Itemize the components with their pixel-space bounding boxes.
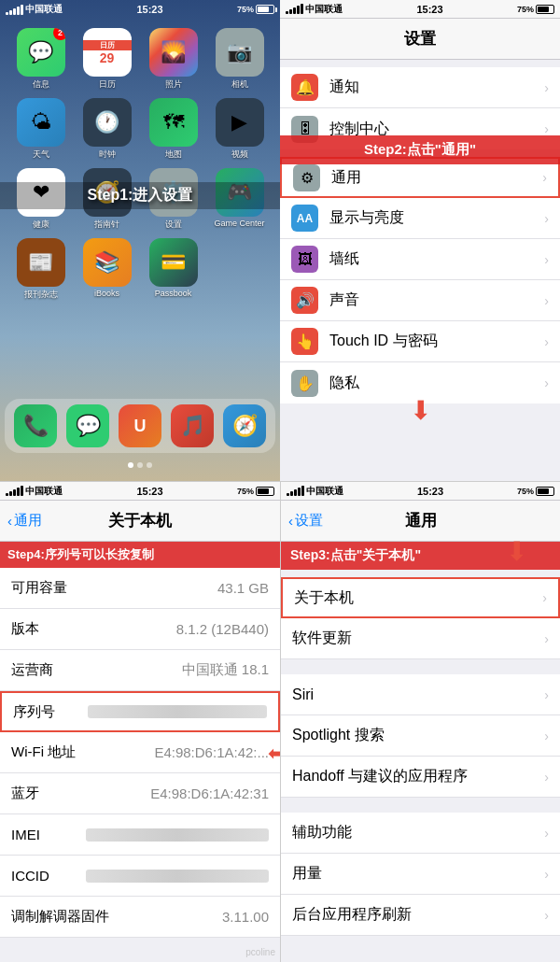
- accessibility-label: 辅助功能: [292, 823, 544, 842]
- messages-badge: 2: [53, 28, 65, 40]
- serial-label: 序列号: [13, 703, 88, 721]
- safari-icon: 🧭: [223, 404, 266, 447]
- signal-bars-2: [286, 4, 303, 14]
- about-battery: 75%: [237, 487, 274, 496]
- general-row-handoff[interactable]: Handoff 与建议的应用程序 ›: [281, 757, 560, 798]
- app-video[interactable]: ▶ 视频: [210, 98, 269, 161]
- controlcenter-chevron: ›: [544, 121, 549, 136]
- settings-battery: 75%: [517, 5, 554, 14]
- app-weather[interactable]: 🌤 天气: [11, 98, 70, 161]
- handoff-label: Handoff 与建议的应用程序: [292, 767, 544, 786]
- arrow-down-2: ⬇: [506, 536, 527, 567]
- about-status-bar: 中国联通 15:23 75%: [0, 482, 280, 501]
- page-dot-2: [137, 462, 143, 468]
- app-ibooks[interactable]: 📚 iBooks: [77, 238, 136, 301]
- weather-icon: 🌤: [17, 98, 65, 147]
- capacity-label: 可用容量: [11, 579, 86, 597]
- about-row-capacity[interactable]: 可用容量 43.1 GB: [0, 568, 280, 609]
- dock-wechat[interactable]: 💬: [66, 404, 109, 447]
- general-battery-fill: [538, 488, 549, 494]
- about-row-serial[interactable]: 序列号: [0, 691, 280, 732]
- dock-uc[interactable]: U: [119, 404, 161, 447]
- settings-row-touchid[interactable]: 👆 Touch ID 与密码 ›: [280, 321, 560, 362]
- page-dot-1: [128, 462, 133, 468]
- about-back-label: 通用: [14, 512, 42, 530]
- app-clock[interactable]: 🕐 时钟: [77, 98, 136, 161]
- camera-label: 相机: [231, 78, 248, 91]
- passbook-icon: 💳: [149, 238, 198, 287]
- about-row-wifi[interactable]: Wi-Fi 地址 E4:98:D6:1A:42:... ⬅: [0, 732, 280, 773]
- settings-row-display[interactable]: AA 显示与亮度 ›: [280, 198, 560, 239]
- about-row-version[interactable]: 版本 8.1.2 (12B440): [0, 609, 280, 650]
- general-row-update[interactable]: 软件更新 ›: [281, 618, 560, 659]
- page-dots: [0, 462, 280, 468]
- ibooks-icon: 📚: [83, 238, 132, 287]
- settings-carrier: 中国联通: [286, 3, 343, 16]
- general-row-siri[interactable]: Siri ›: [281, 674, 560, 715]
- about-row-iccid[interactable]: ICCID: [0, 856, 280, 897]
- battery-area: 75%: [237, 5, 274, 14]
- panel-settings: 中国联通 15:23 75% 设置 Step2:点击"通用" 🔔 通知 › 🎛: [280, 0, 560, 481]
- settings-row-privacy[interactable]: ✋ 隐私 ›: [280, 362, 560, 403]
- dock-music[interactable]: 🎵: [171, 404, 214, 447]
- uc-icon: U: [119, 404, 161, 447]
- general-carrier-name: 中国联通: [306, 485, 343, 498]
- photos-icon: 🌄: [149, 28, 198, 77]
- general-rows-section: 关于本机 › 软件更新 ›: [281, 577, 560, 659]
- gamecenter-label: Game Center: [214, 219, 264, 228]
- app-newsstand[interactable]: 📰 报刊杂志: [11, 238, 70, 301]
- general-row-usage[interactable]: 用量 ›: [281, 854, 560, 895]
- settings-title: 设置: [404, 28, 436, 50]
- about-row-carrier[interactable]: 运营商 中国联通 18.1: [0, 650, 280, 691]
- settings-row-sound[interactable]: 🔊 声音 ›: [280, 280, 560, 321]
- general-row-about[interactable]: 关于本机 ›: [281, 577, 560, 618]
- music-icon: 🎵: [171, 404, 214, 447]
- general-status-bar: 中国联通 15:23 75%: [281, 482, 560, 501]
- about-row-imei[interactable]: IMEI: [0, 814, 280, 856]
- general-rows-section-2: Siri › Spotlight 搜索 › Handoff 与建议的应用程序 ›: [281, 674, 560, 798]
- general-row-spotlight[interactable]: Spotlight 搜索 ›: [281, 715, 560, 757]
- passbook-label: Passbook: [155, 289, 192, 298]
- calendar-icon: 日历 29: [83, 28, 132, 77]
- general-back-button[interactable]: ‹ 设置: [288, 512, 323, 530]
- spotlight-chevron: ›: [544, 729, 549, 743]
- general-row-accessibility[interactable]: 辅助功能 ›: [281, 813, 560, 854]
- about-row-modem[interactable]: 调制解调器固件 3.11.00: [0, 897, 280, 938]
- arrow-down-indicator: ➡: [406, 399, 437, 420]
- bluetooth-value: E4:98:D6:1A:42:31: [86, 785, 269, 801]
- panel-home: 中国联通 15:23 75% 💬 2 信息 日历: [0, 0, 280, 481]
- siri-label: Siri: [292, 686, 544, 703]
- settings-row-notification[interactable]: 🔔 通知 ›: [280, 67, 560, 108]
- general-signal: [287, 486, 304, 496]
- dock-phone[interactable]: 📞: [14, 404, 57, 447]
- arrow-left-wifi: ⬅: [268, 742, 280, 766]
- signal-bars: [6, 5, 23, 15]
- app-grid-row1: 💬 2 信息 日历 29 日历 🌄 照片 📷 相机: [0, 22, 280, 306]
- dock-safari[interactable]: 🧭: [223, 404, 266, 447]
- about-battery-icon: [256, 487, 274, 496]
- app-photos[interactable]: 🌄 照片: [144, 28, 203, 91]
- app-calendar[interactable]: 日历 29 日历: [77, 28, 136, 91]
- battery-percent: 75%: [237, 5, 254, 14]
- general-battery-pct: 75%: [517, 487, 534, 496]
- clock-label: 时钟: [99, 149, 116, 161]
- messages-icon: 💬 2: [17, 28, 65, 77]
- general-rows-section-3: 辅助功能 › 用量 › 后台应用程序刷新 ›: [281, 813, 560, 936]
- settings-row-wallpaper[interactable]: 🖼 墙纸 ›: [280, 239, 560, 280]
- version-label: 版本: [11, 620, 86, 638]
- carrier-name: 中国联通: [25, 3, 63, 16]
- touchid-chevron: ›: [544, 334, 549, 349]
- general-row-background[interactable]: 后台应用程序刷新 ›: [281, 895, 560, 936]
- newsstand-icon: 📰: [17, 238, 65, 287]
- app-camera[interactable]: 📷 相机: [210, 28, 269, 91]
- about-back-button[interactable]: ‹ 通用: [7, 512, 42, 530]
- step1-label: Step1:进入设置: [0, 182, 280, 209]
- app-messages[interactable]: 💬 2 信息: [11, 28, 70, 91]
- about-carrier-name: 中国联通: [25, 485, 63, 498]
- app-maps[interactable]: 🗺 地图: [144, 98, 203, 161]
- app-passbook[interactable]: 💳 Passbook: [144, 238, 203, 301]
- about-row-bluetooth[interactable]: 蓝牙 E4:98:D6:1A:42:31: [0, 773, 280, 814]
- step2-label: Step2:点击"通用": [280, 135, 560, 164]
- photos-label: 照片: [165, 78, 182, 91]
- settings-battery-pct: 75%: [517, 5, 534, 14]
